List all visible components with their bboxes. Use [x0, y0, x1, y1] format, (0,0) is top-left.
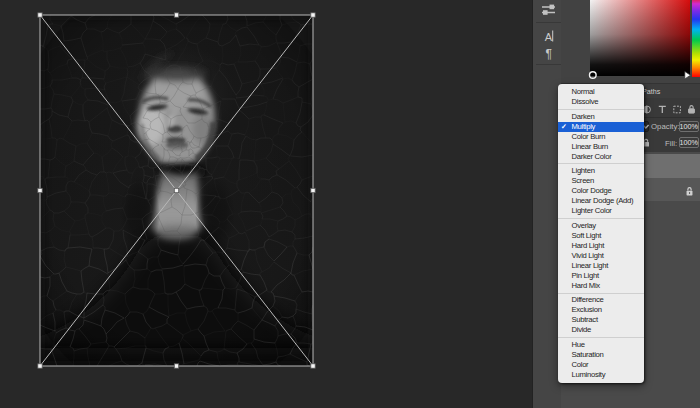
svg-text:¶: ¶	[546, 47, 552, 61]
svg-text:A: A	[545, 31, 553, 43]
